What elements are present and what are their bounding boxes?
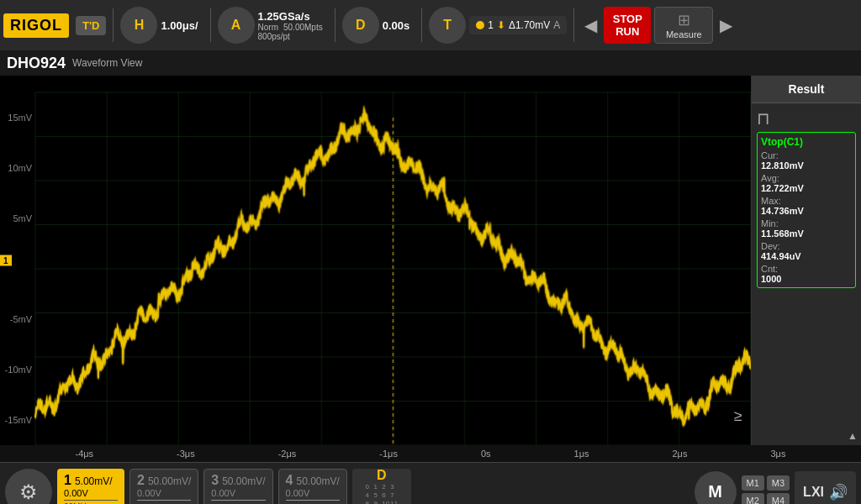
x-axis-row: -4μs-3μs-2μs-1μs0s1μs2μs3μs xyxy=(0,445,861,462)
d-button[interactable]: D 0123456789101112131415 xyxy=(352,469,411,505)
x-label: -4μs xyxy=(75,449,93,459)
avg-row: Avg: 12.722mV xyxy=(761,173,852,193)
x-label: 1μs xyxy=(574,449,589,459)
separator-1 xyxy=(113,8,114,42)
m3-button[interactable]: M3 xyxy=(767,475,790,491)
view-label: Waveform View xyxy=(72,57,142,69)
x-label: -2μs xyxy=(278,449,297,459)
waveform-canvas xyxy=(0,76,751,445)
channel-2-button[interactable]: 2 50.00mV/ 0.00V ---- xyxy=(129,469,198,505)
channel-4-button[interactable]: 4 50.00mV/ 0.00V ---- xyxy=(278,469,347,505)
trigger-param: 1 ⬇ Δ1.70mV A xyxy=(469,16,567,34)
d-channel-grid: 0123456789101112131415 xyxy=(366,483,399,504)
waveform-area: T 1 ≥ xyxy=(0,76,752,445)
vtop-icon: ⊓ xyxy=(757,108,856,129)
result-panel: Result ⊓ Vtop(C1) Cur: 12.810mV Avg: 12.… xyxy=(752,76,861,445)
x-label: 3μs xyxy=(770,449,785,459)
m2-button[interactable]: M2 xyxy=(742,493,764,504)
cur-row: Cur: 12.810mV xyxy=(761,150,852,171)
x-label: -3μs xyxy=(177,449,195,459)
lxi-button[interactable]: LXI 🔊 xyxy=(795,471,856,505)
h-param: 1.00μs/ xyxy=(161,19,198,32)
result-content: ⊓ Vtop(C1) Cur: 12.810mV Avg: 12.722mV M… xyxy=(752,103,861,445)
m-button[interactable]: M xyxy=(695,471,737,505)
m-grid: M1 M3 M2 M4 xyxy=(742,475,790,504)
h-button[interactable]: H xyxy=(120,7,157,44)
separator-5 xyxy=(573,8,574,42)
d-param: 0.00s xyxy=(383,19,410,32)
result-title: Result xyxy=(752,76,861,103)
bottom-bar: ⚙ 1 5.00mV/ 0.00V 20MHz 2 50.00mV/ 0.00V… xyxy=(0,462,861,504)
ch1-indicator: 1 xyxy=(0,255,12,266)
gear-button[interactable]: ⚙ xyxy=(5,469,52,505)
m1-button[interactable]: M1 xyxy=(742,475,764,491)
td-button[interactable]: T'D xyxy=(76,16,106,35)
result-vtop-box: Vtop(C1) Cur: 12.810mV Avg: 12.722mV Max… xyxy=(757,132,856,288)
trigger-arrow-icon: ⬇ xyxy=(497,19,505,31)
min-row: Min: 11.568mV xyxy=(761,218,852,239)
stop-run-button[interactable]: STOP RUN xyxy=(604,7,651,44)
a-button[interactable]: A xyxy=(218,7,255,44)
nav-left-arrow[interactable]: ◀ xyxy=(581,15,600,35)
separator-2 xyxy=(210,8,211,42)
more-indicator: ≥ xyxy=(734,407,742,425)
top-bar: RIGOL T'D H 1.00μs/ A 1.25GSa/s Norm 50.… xyxy=(0,0,861,50)
separator-4 xyxy=(421,8,422,42)
channel-dot xyxy=(476,21,484,29)
measure-button[interactable]: ⊞ Measure xyxy=(654,7,713,44)
channel-3-button[interactable]: 3 50.00mV/ 0.00V ---- xyxy=(203,469,272,505)
a-param: 1.25GSa/s Norm 50.00Mpts 800ps/pt xyxy=(258,10,323,41)
title-area: DHO924 Waveform View xyxy=(0,50,861,76)
nav-right-arrow[interactable]: ▶ xyxy=(716,15,736,35)
max-row: Max: 14.736mV xyxy=(761,196,852,216)
x-label: 2μs xyxy=(672,449,687,459)
x-label: 0s xyxy=(481,449,491,459)
waveform-container: T 1 ≥ Result ⊓ Vtop(C1) Cur: 12.810mV Av… xyxy=(0,76,861,445)
speaker-icon: 🔊 xyxy=(829,483,848,501)
separator-3 xyxy=(335,8,335,42)
m4-button[interactable]: M4 xyxy=(767,493,790,504)
dev-row: Dev: 414.94uV xyxy=(761,241,852,261)
x-label: -1μs xyxy=(379,449,398,459)
rigol-logo: RIGOL xyxy=(3,13,69,38)
vtop-label: Vtop(C1) xyxy=(761,136,852,148)
model-name: DHO924 xyxy=(7,55,66,72)
d-button[interactable]: D xyxy=(342,7,379,44)
scroll-arrow-icon: ▲ xyxy=(848,430,858,442)
cnt-row: Cnt: 1000 xyxy=(761,264,852,284)
t-button[interactable]: T xyxy=(429,7,466,44)
channel-1-button[interactable]: 1 5.00mV/ 0.00V 20MHz xyxy=(57,469,124,505)
measure-icon: ⊞ xyxy=(678,11,690,29)
